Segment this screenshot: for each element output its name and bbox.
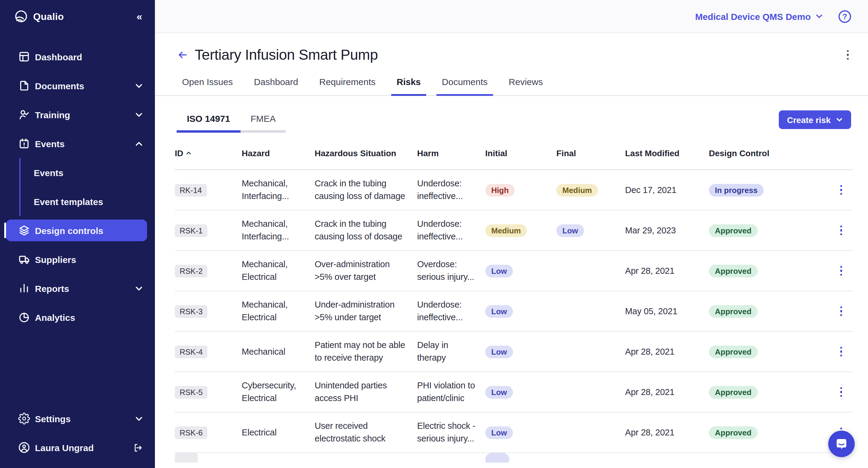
document-icon bbox=[18, 80, 30, 92]
sidebar-item-label: Events bbox=[35, 138, 64, 149]
page-title: Tertiary Infusion Smart Pump bbox=[195, 47, 378, 63]
main-area: Medical Device QMS Demo ? Tertiary Infus… bbox=[155, 0, 868, 468]
column-header-hazard[interactable]: Hazard bbox=[242, 148, 315, 158]
column-header-last-modified[interactable]: Last Modified bbox=[625, 148, 709, 158]
logout-icon[interactable] bbox=[133, 442, 143, 452]
table-row-partial[interactable] bbox=[175, 453, 853, 463]
sidebar-item-training[interactable]: Training bbox=[0, 100, 155, 129]
sidebar-item-design-controls[interactable]: Design controls bbox=[6, 220, 147, 241]
design-control-status-badge: Approved bbox=[709, 386, 757, 398]
help-icon[interactable]: ? bbox=[838, 10, 851, 23]
tab-risks[interactable]: Risks bbox=[391, 74, 426, 96]
initial-risk-cell: High bbox=[485, 184, 556, 196]
subtab-iso-14971[interactable]: ISO 14971 bbox=[177, 113, 240, 133]
chevron-down-icon bbox=[815, 13, 823, 20]
table-row[interactable]: RK-14 Mechanical, Interfacing... Crack i… bbox=[175, 170, 853, 210]
hazardous-situation-cell: Patient may not be able to receive thera… bbox=[315, 339, 417, 364]
initial-risk-cell: Medium bbox=[485, 224, 556, 237]
sidebar-item-reports[interactable]: Reports bbox=[0, 274, 155, 303]
sidebar-item-suppliers[interactable]: Suppliers bbox=[0, 245, 155, 274]
chat-launcher-icon[interactable] bbox=[828, 431, 855, 457]
initial-risk-badge bbox=[485, 453, 509, 463]
sidebar-item-label: Design controls bbox=[35, 225, 103, 235]
design-control-status-badge: Approved bbox=[709, 264, 757, 277]
sidebar-item-settings[interactable]: Settings bbox=[0, 404, 155, 433]
sidebar-item-label: Dashboard bbox=[35, 52, 82, 62]
sidebar-item-documents[interactable]: Documents bbox=[0, 71, 155, 100]
initial-risk-badge: Low bbox=[485, 426, 513, 439]
sidebar-spacer bbox=[0, 332, 155, 404]
sidebar-header: Qualio « bbox=[0, 0, 155, 34]
back-arrow-icon[interactable] bbox=[177, 49, 189, 61]
hazard-cell: Cybersecurity, Electrical bbox=[242, 379, 315, 405]
last-modified-cell: Apr 28, 2021 bbox=[625, 345, 709, 358]
table-row[interactable]: RSK-5 Cybersecurity, Electrical Unintend… bbox=[175, 372, 853, 412]
sidebar-item-events[interactable]: Events bbox=[0, 129, 155, 158]
column-header-harm[interactable]: Harm bbox=[417, 148, 485, 158]
truck-icon bbox=[18, 253, 30, 265]
column-header-id[interactable]: ID bbox=[175, 148, 242, 158]
last-modified-cell: Mar 29, 2023 bbox=[625, 224, 709, 237]
workspace-switcher[interactable]: Medical Device QMS Demo bbox=[695, 11, 823, 21]
sidebar-collapse-icon[interactable]: « bbox=[136, 11, 142, 23]
design-control-status-badge: Approved bbox=[709, 345, 757, 358]
table-row[interactable]: RSK-6 Electrical User received electrost… bbox=[175, 412, 853, 453]
sidebar-item-label: Event templates bbox=[34, 196, 103, 207]
design-control-cell: In progress bbox=[709, 184, 804, 196]
tab-requirements[interactable]: Requirements bbox=[314, 74, 381, 96]
sidebar-subitem-events[interactable]: Events bbox=[21, 158, 155, 187]
initial-risk-cell: Low bbox=[485, 305, 556, 318]
sidebar-item-dashboard[interactable]: Dashboard bbox=[0, 42, 155, 71]
design-control-status-badge: Approved bbox=[709, 305, 757, 318]
table-row[interactable]: RSK-3 Mechanical, Electrical Under-admin… bbox=[175, 291, 853, 332]
subtab-fmea[interactable]: FMEA bbox=[240, 113, 286, 133]
person-check-icon bbox=[18, 109, 30, 121]
initial-risk-cell: Low bbox=[485, 426, 556, 439]
calendar-alert-icon bbox=[18, 138, 30, 150]
hazard-cell: Electrical bbox=[242, 426, 315, 439]
sidebar-user[interactable]: Laura Ungrad bbox=[0, 433, 155, 462]
risk-id-chip bbox=[175, 453, 198, 463]
title-row: Tertiary Infusion Smart Pump bbox=[155, 33, 868, 63]
column-header-initial[interactable]: Initial bbox=[485, 148, 556, 158]
row-overflow-menu-icon[interactable] bbox=[838, 183, 844, 198]
column-header-hazardous-situation[interactable]: Hazardous Situation bbox=[315, 148, 417, 158]
initial-risk-badge: High bbox=[485, 184, 515, 196]
row-overflow-menu-icon[interactable] bbox=[838, 264, 844, 278]
row-overflow-menu-icon[interactable] bbox=[838, 344, 844, 359]
qualio-logo-icon bbox=[13, 9, 29, 25]
app-window: Qualio « Dashboard Documents bbox=[0, 0, 868, 468]
risk-table: ID Hazard Hazardous Situation Harm Initi… bbox=[155, 133, 868, 463]
design-control-status-badge: In progress bbox=[709, 184, 764, 196]
risk-subtabs: ISO 14971 FMEA bbox=[177, 113, 286, 133]
table-row[interactable]: RSK-2 Mechanical, Electrical Over-admini… bbox=[175, 251, 853, 291]
column-header-design-control[interactable]: Design Control bbox=[709, 148, 804, 158]
table-header-row: ID Hazard Hazardous Situation Harm Initi… bbox=[175, 148, 853, 170]
sidebar-item-analytics[interactable]: Analytics bbox=[0, 303, 155, 332]
risk-id-chip: RSK-5 bbox=[175, 386, 208, 398]
column-header-final[interactable]: Final bbox=[556, 148, 625, 158]
sidebar-item-label: Reports bbox=[35, 283, 69, 293]
tab-reviews[interactable]: Reviews bbox=[503, 74, 548, 96]
sidebar-subitem-event-templates[interactable]: Event templates bbox=[21, 187, 155, 216]
tab-documents[interactable]: Documents bbox=[436, 74, 493, 96]
design-control-cell: Approved bbox=[709, 305, 804, 318]
sort-asc-icon bbox=[186, 150, 192, 156]
page-overflow-menu-icon[interactable] bbox=[844, 48, 851, 62]
tab-dashboard[interactable]: Dashboard bbox=[248, 74, 304, 96]
hazardous-situation-cell: User received electrostatic shock bbox=[315, 420, 417, 445]
chevron-down-icon bbox=[135, 111, 143, 118]
create-risk-button[interactable]: Create risk bbox=[778, 110, 851, 129]
sidebar-item-label: Training bbox=[35, 110, 70, 120]
tab-open-issues[interactable]: Open Issues bbox=[177, 74, 238, 96]
initial-risk-badge: Low bbox=[485, 305, 513, 318]
last-modified-cell: Dec 17, 2021 bbox=[625, 184, 709, 196]
row-overflow-menu-icon[interactable] bbox=[838, 223, 844, 238]
row-overflow-menu-icon[interactable] bbox=[838, 304, 844, 319]
risk-id-chip: RSK-1 bbox=[175, 224, 208, 237]
row-overflow-menu-icon[interactable] bbox=[838, 385, 844, 400]
harm-cell: Underdose: ineffective... bbox=[417, 218, 485, 243]
design-control-cell: Approved bbox=[709, 426, 804, 439]
table-row[interactable]: RSK-4 Mechanical Patient may not be able… bbox=[175, 332, 853, 372]
table-row[interactable]: RSK-1 Mechanical, Interfacing... Crack i… bbox=[175, 210, 853, 251]
